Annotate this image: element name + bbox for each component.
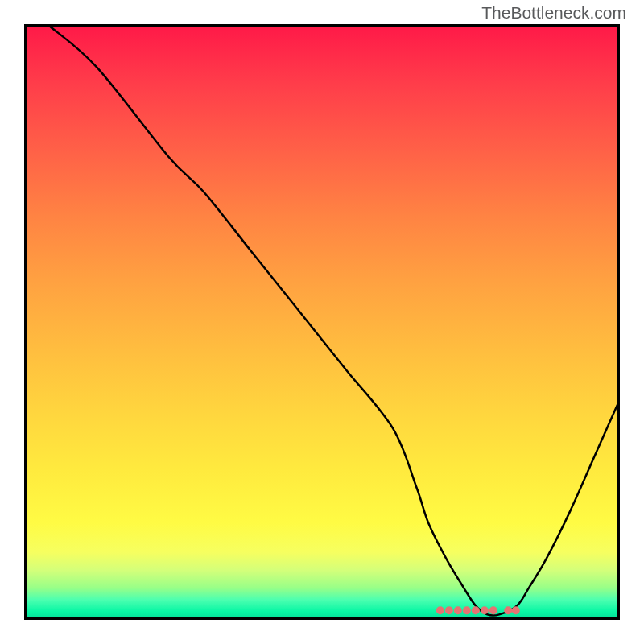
highlight-dot [472,606,480,614]
highlight-dot [454,606,462,614]
bottleneck-curve [50,27,617,616]
highlight-dot [489,606,497,614]
highlight-markers [436,606,520,614]
plot-area [24,24,620,620]
chart-svg [27,27,617,617]
highlight-dot [512,606,520,614]
highlight-dot [436,606,444,614]
watermark-label: TheBottleneck.com [481,3,626,23]
highlight-dot [445,606,453,614]
highlight-dot [481,606,489,614]
highlight-dot [463,606,471,614]
highlight-dot [504,606,512,614]
